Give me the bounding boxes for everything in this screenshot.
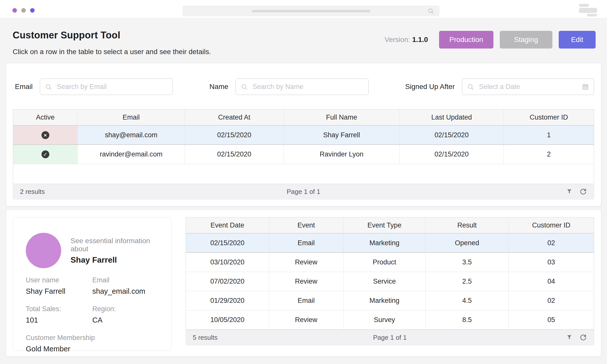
filter-row: Email Name Signe bbox=[13, 78, 594, 95]
column-header-event-type[interactable]: Event Type bbox=[343, 217, 426, 233]
cell-event-date: 02/15/2020 bbox=[186, 234, 269, 252]
cell-event-type: Survey bbox=[343, 310, 426, 329]
field-label: Email bbox=[92, 276, 159, 284]
cell-event: Review bbox=[269, 253, 343, 272]
table-row[interactable]: ✓ ravinder@email.com 02/15/2020 Ravinder… bbox=[13, 145, 594, 164]
table-row[interactable]: 02/15/2020 Email Marketing Opened 02 bbox=[186, 234, 594, 253]
signed-up-after-label: Signed Up After bbox=[405, 83, 455, 91]
search-icon bbox=[467, 83, 474, 92]
field-value: Gold Member bbox=[26, 345, 159, 353]
cell-active-false: × bbox=[13, 126, 78, 144]
version-label: Version: bbox=[385, 36, 410, 43]
field-region: Region: CA bbox=[92, 305, 159, 324]
cell-event-date: 10/05/2020 bbox=[186, 310, 269, 329]
refresh-icon[interactable] bbox=[579, 188, 587, 195]
column-header-customer-id[interactable]: Customer ID bbox=[509, 217, 594, 233]
page-subtitle: Click on a row in the table to select a … bbox=[13, 48, 211, 56]
version-value: 1.1.0 bbox=[412, 36, 428, 43]
name-filter: Name bbox=[209, 78, 369, 95]
results-count: 5 results bbox=[193, 334, 218, 342]
column-header-event[interactable]: Event bbox=[269, 217, 343, 233]
page-indicator: Page 1 of 1 bbox=[373, 334, 407, 342]
search-icon bbox=[241, 83, 248, 92]
field-value: 101 bbox=[26, 316, 92, 324]
browser-menu-icon[interactable] bbox=[579, 4, 597, 15]
cell-event-type: Marketing bbox=[343, 291, 426, 310]
app-header-right: Version:1.1.0 Production Staging Edit bbox=[385, 31, 596, 49]
cell-event-type: Marketing bbox=[343, 234, 426, 252]
users-table-header: Active Email Created At Full Name Last U… bbox=[13, 109, 594, 126]
cell-created-at: 02/15/2020 bbox=[185, 126, 284, 144]
cell-customer-id: 02 bbox=[509, 234, 594, 252]
staging-button[interactable]: Staging bbox=[500, 31, 552, 49]
card-user-name: Shay Farrell bbox=[71, 255, 159, 265]
address-bar[interactable] bbox=[182, 6, 440, 16]
app-header-left: Customer Support Tool Click on a row in … bbox=[13, 30, 211, 56]
edit-button[interactable]: Edit bbox=[559, 31, 596, 49]
field-value: shay_email.com bbox=[92, 287, 159, 295]
cell-event-type: Product bbox=[343, 253, 426, 272]
table-row[interactable]: 10/05/2020 Review Survey 8.5 05 bbox=[186, 310, 594, 330]
x-circle-icon: × bbox=[41, 131, 49, 139]
table-row[interactable]: 07/02/2020 Review Service 2.5 04 bbox=[186, 272, 594, 291]
column-header-last-updated[interactable]: Last Updated bbox=[400, 109, 504, 125]
cell-email: ravinder@email.com bbox=[78, 145, 185, 164]
date-picker-input[interactable] bbox=[462, 78, 594, 95]
cell-event-date: 03/10/2020 bbox=[186, 253, 269, 272]
window-close-button[interactable] bbox=[12, 8, 17, 13]
refresh-icon[interactable] bbox=[579, 334, 587, 341]
search-icon[interactable] bbox=[427, 8, 435, 16]
page-indicator: Page 1 of 1 bbox=[287, 188, 320, 196]
filter-icon[interactable] bbox=[566, 188, 573, 195]
table-row[interactable]: × shay@email.com 02/15/2020 Shay Farrell… bbox=[13, 126, 594, 145]
cell-customer-id: 02 bbox=[509, 291, 594, 310]
field-email: Email shay_email.com bbox=[92, 276, 159, 295]
field-user-name: User name Shay Farrell bbox=[26, 276, 92, 295]
search-icon bbox=[45, 83, 52, 92]
column-header-active[interactable]: Active bbox=[13, 109, 78, 125]
cell-created-at: 02/15/2020 bbox=[185, 145, 284, 164]
cell-result: 3.5 bbox=[426, 253, 509, 272]
column-header-event-date[interactable]: Event Date bbox=[186, 217, 269, 233]
check-circle-icon: ✓ bbox=[41, 150, 49, 158]
field-label: Customer Membership bbox=[26, 334, 159, 342]
column-header-result[interactable]: Result bbox=[426, 217, 509, 233]
name-search-input[interactable] bbox=[235, 78, 369, 95]
window-minimize-button[interactable] bbox=[21, 8, 26, 13]
cell-event-date: 07/02/2020 bbox=[186, 272, 269, 291]
production-button[interactable]: Production bbox=[439, 31, 493, 49]
filter-icon[interactable] bbox=[566, 334, 573, 341]
field-value: Shay Farrell bbox=[26, 287, 92, 295]
results-count: 2 results bbox=[20, 188, 45, 196]
version-info: Version:1.1.0 bbox=[385, 36, 428, 44]
users-panel: Email Name Signe bbox=[6, 63, 601, 206]
email-filter-label: Email bbox=[15, 83, 33, 91]
browser-chrome bbox=[0, 0, 607, 18]
cell-result: 8.5 bbox=[426, 310, 509, 329]
table-row[interactable]: 01/29/2020 Email Marketing 4.5 02 bbox=[186, 291, 594, 310]
cell-customer-id: 2 bbox=[504, 145, 594, 164]
column-header-email[interactable]: Email bbox=[78, 109, 185, 125]
cell-result: Opened bbox=[426, 234, 509, 252]
card-intro-text: See essential information about bbox=[71, 237, 159, 253]
events-section: Event Date Event Event Type Result Custo… bbox=[186, 217, 594, 351]
cell-result: 4.5 bbox=[426, 291, 509, 310]
name-filter-label: Name bbox=[209, 83, 228, 91]
column-header-customer-id[interactable]: Customer ID bbox=[504, 109, 594, 125]
field-value: CA bbox=[92, 316, 159, 324]
signed-up-after-filter: Signed Up After bbox=[405, 78, 594, 95]
user-detail-card: See essential information about Shay Far… bbox=[13, 217, 171, 351]
email-search-input[interactable] bbox=[40, 78, 173, 95]
cell-last-updated: 02/15/2020 bbox=[400, 126, 504, 144]
calendar-icon[interactable] bbox=[581, 83, 590, 92]
table-row[interactable]: 03/10/2020 Review Product 3.5 03 bbox=[186, 253, 594, 272]
column-header-full-name[interactable]: Full Name bbox=[284, 109, 400, 125]
cell-email: shay@email.com bbox=[78, 126, 185, 144]
cell-customer-id: 03 bbox=[509, 253, 594, 272]
field-total-sales: Total Sales: 101 bbox=[26, 305, 92, 324]
events-table: Event Date Event Event Type Result Custo… bbox=[186, 217, 594, 330]
field-customer-membership: Customer Membership Gold Member bbox=[26, 334, 159, 353]
app-header: Customer Support Tool Click on a row in … bbox=[0, 18, 607, 56]
window-maximize-button[interactable] bbox=[30, 8, 35, 13]
column-header-created-at[interactable]: Created At bbox=[185, 109, 284, 125]
